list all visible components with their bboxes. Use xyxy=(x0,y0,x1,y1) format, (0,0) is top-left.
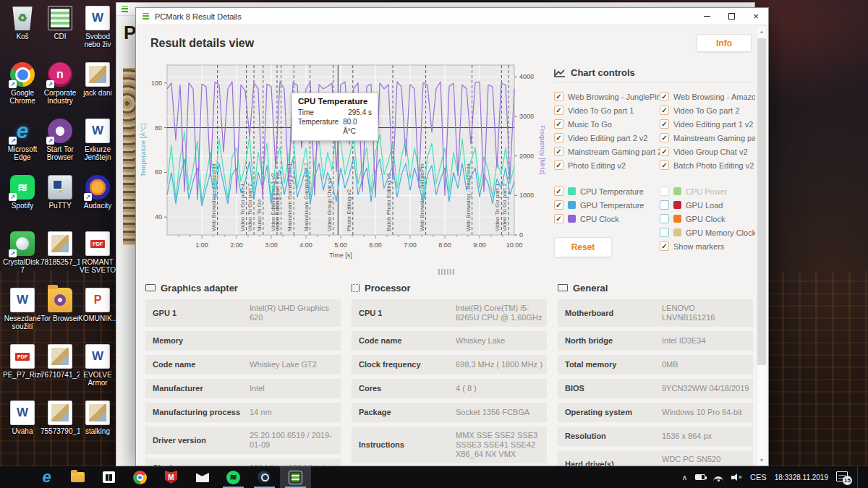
series-checkbox-gpu-memory-clock[interactable]: GPU Memory Clock xyxy=(660,226,755,239)
desktop-icon-nesezdan-sou-it[interactable]: WNesezdané soužití xyxy=(4,285,41,341)
series-color-swatch xyxy=(568,201,576,209)
taskbar-mail-button[interactable] xyxy=(187,466,218,488)
spec-row-resolution: Resolution1536 x 864 px xyxy=(558,427,753,446)
workload-checkbox-video-to-go-part-2[interactable]: ✓Video To Go part 2 xyxy=(660,103,755,117)
desktop-icon-label: stalking xyxy=(78,427,117,435)
info-button[interactable]: Info xyxy=(697,34,752,52)
tooltip-row-label: Time xyxy=(298,108,314,117)
desktop-icon-78185257-1[interactable]: 78185257_1... xyxy=(42,228,78,285)
workload-checkbox-video-editing-part-2-v2[interactable]: ✓Video Editing part 2 v2 xyxy=(554,131,660,145)
splitter[interactable] xyxy=(136,268,757,275)
taskbar-explorer-button[interactable] xyxy=(62,466,93,488)
workload-checkbox-music-to-go[interactable]: ✓Music To Go xyxy=(554,117,660,131)
spec-row-gpu-1: GPU 1Intel(R) UHD Graphics 620 xyxy=(145,299,341,327)
spec-value: Socket 1356 FCBGA xyxy=(456,408,544,417)
language-indicator[interactable]: CES xyxy=(750,473,767,481)
image-icon xyxy=(48,231,72,256)
workload-checkbox-web-browsing-junglepin[interactable]: ✓Web Browsing - JunglePin xyxy=(554,90,660,103)
desktop-icon-crystaldisk-7[interactable]: CrystalDisk... 7 xyxy=(4,228,41,285)
notification-badge: 15 xyxy=(843,476,852,485)
taskbar-spotify-button[interactable]: ≋ xyxy=(218,466,249,488)
series-checkbox-cpu-clock[interactable]: ✓CPU Clock xyxy=(554,212,660,226)
action-center-icon[interactable]: 15 xyxy=(836,471,849,483)
desktop-icon-microsoft-edge[interactable]: eMicrosoft Edge xyxy=(4,116,41,172)
desktop-icon-audacity[interactable]: Audacity xyxy=(80,172,116,228)
spec-row-code-name: Code nameWhiskey Lake GT2 xyxy=(145,355,341,374)
window-titlebar[interactable]: PCMark 8 Result Details × xyxy=(136,8,768,25)
desktop-icon-jack-dani[interactable]: jack dani xyxy=(80,59,116,116)
checkbox-unchecked-icon xyxy=(660,200,669,210)
workload-checkbox-web-browsing-amazonia[interactable]: ✓Web Browsing - Amazonia xyxy=(660,90,755,103)
workload-checkbox-video-editing-part-1-v2[interactable]: ✓Video Editing part 1 v2 xyxy=(660,117,755,131)
pcmark-icon xyxy=(289,471,302,484)
tray-chevron-up-icon[interactable]: ∧ xyxy=(682,474,687,481)
show-desktop-button[interactable] xyxy=(857,466,861,488)
minimize-button[interactable] xyxy=(694,8,719,25)
desktop-icon-exkurze-jen-tejn[interactable]: WExkurze Jenštejn xyxy=(80,116,116,172)
workload-checkbox-mainstream-gaming-part-1[interactable]: ✓Mainstream Gaming part 1 xyxy=(660,131,755,145)
clock[interactable]: 18:33 28.11.2019 xyxy=(775,474,828,481)
checkbox-label: CPU Clock xyxy=(580,215,619,223)
series-checkbox-gpu-clock[interactable]: GPU Clock xyxy=(660,212,755,226)
desktop-icon-tor-browser[interactable]: Tor Browser xyxy=(42,285,78,341)
checkbox-checked-icon: ✓ xyxy=(660,147,669,156)
taskbar-chrome-button[interactable] xyxy=(124,466,156,488)
vertical-scrollbar[interactable]: ▲ ▼ xyxy=(756,27,766,466)
checkbox-label: GPU Load xyxy=(686,201,723,210)
workload-checkbox-mainstream-gaming-part-2[interactable]: ✓Mainstream Gaming part 2 xyxy=(554,145,660,158)
desktop-icon-spotify[interactable]: ≋Spotify xyxy=(4,172,41,228)
tooltip-row-value: 80.0 Å°C xyxy=(343,117,372,136)
desktop-icon-start-tor-browser[interactable]: ◎Start Tor Browser xyxy=(42,116,78,172)
reset-button[interactable]: Reset xyxy=(554,237,612,257)
scroll-down-icon[interactable]: ▼ xyxy=(757,455,767,466)
desktop-icon-vaha[interactable]: WÚvaha xyxy=(4,398,41,454)
desktop-icon-stalking[interactable]: stalking xyxy=(80,398,116,454)
desktop-icon-putty[interactable]: ϟPuTTY xyxy=(42,172,78,228)
taskbar-pcmark-button[interactable] xyxy=(280,466,311,488)
workload-marker-label: Photo Editing v2 xyxy=(346,189,352,231)
series-checkbox-show-markers[interactable]: ✓Show markers xyxy=(660,239,755,253)
desktop-icon-ko[interactable]: ♻Koš xyxy=(4,3,41,59)
spec-value: Windows 10 Pro 64-bit xyxy=(662,408,750,417)
desktop-icon-corporate-industry[interactable]: nCorporate Industry xyxy=(42,59,78,116)
series-checkbox-gpu-temperature[interactable]: ✓GPU Temperature xyxy=(554,198,660,212)
desktop-icon-evolve-armor[interactable]: WEVOLVE Armor xyxy=(80,341,116,398)
taskbar-steam-button[interactable] xyxy=(249,466,280,488)
desktop-icon-76710741-2[interactable]: 76710741_2... xyxy=(42,341,78,398)
checkbox-label: CPU Temperature xyxy=(580,187,644,196)
wifi-icon[interactable] xyxy=(713,474,723,481)
chart[interactable]: Web Browsing - AmazoniaVideo To Go part … xyxy=(138,58,548,269)
desktop-icon-label: Audacity xyxy=(78,202,117,210)
taskbar-icons: eM≋ xyxy=(0,466,311,488)
desktop-icon-romant-ve-sveto[interactable]: PDFROMANT VE SVETO xyxy=(80,228,116,285)
workload-checkbox-video-group-chat-v2[interactable]: ✓Video Group Chat v2 xyxy=(660,145,755,158)
chart-svg[interactable]: Web Browsing - AmazoniaVideo To Go part … xyxy=(138,58,548,269)
desktop-icon-komunik[interactable]: PKOMUNIK... xyxy=(80,285,116,341)
x-tick-label: 4:00 xyxy=(299,241,312,249)
scroll-up-icon[interactable]: ▲ xyxy=(757,27,767,37)
checkbox-label: Video To Go part 2 xyxy=(673,106,739,115)
checkbox-checked-icon: ✓ xyxy=(660,241,669,251)
battery-icon[interactable] xyxy=(695,474,705,480)
desktop-icon-75573790-1[interactable]: 75573790_1... xyxy=(42,398,78,454)
desktop-icon-svobod-nebo-iv[interactable]: WSvobod nebo živ xyxy=(80,3,116,59)
desktop-icon-google-chrome[interactable]: Google Chrome xyxy=(4,59,41,116)
workload-checkbox-video-to-go-part-1[interactable]: ✓Video To Go part 1 xyxy=(554,103,660,117)
workload-checkbox-photo-editing-v2[interactable]: ✓Photo Editing v2 xyxy=(554,158,660,172)
series-checkbox-gpu-load[interactable]: GPU Load xyxy=(660,198,755,212)
workload-checkbox-batch-photo-editing-v2[interactable]: ✓Batch Photo Editing v2 xyxy=(660,158,755,172)
scrollbar-thumb[interactable] xyxy=(757,38,766,365)
taskbar-store-button[interactable] xyxy=(93,466,124,488)
desktop-icon-pe-p7-rizen[interactable]: PDFPE_P7_Rizen... xyxy=(4,341,41,398)
maximize-button[interactable] xyxy=(719,8,744,25)
y-right-tick-label: 3000 xyxy=(519,113,534,120)
desktop-icon-cdi[interactable]: CDI xyxy=(42,3,78,59)
volume-muted-icon[interactable]: × xyxy=(731,474,742,481)
taskbar-start-button[interactable] xyxy=(0,466,31,488)
close-button[interactable]: × xyxy=(744,8,768,25)
taskbar-edge-button[interactable]: e xyxy=(31,466,62,488)
word-icon: W xyxy=(10,288,35,312)
taskbar-mcafee-button[interactable]: M xyxy=(156,466,187,488)
checkbox-label: GPU Memory Clock xyxy=(686,228,755,237)
series-checkbox-cpu-temperature[interactable]: ✓CPU Temperature xyxy=(554,184,660,198)
